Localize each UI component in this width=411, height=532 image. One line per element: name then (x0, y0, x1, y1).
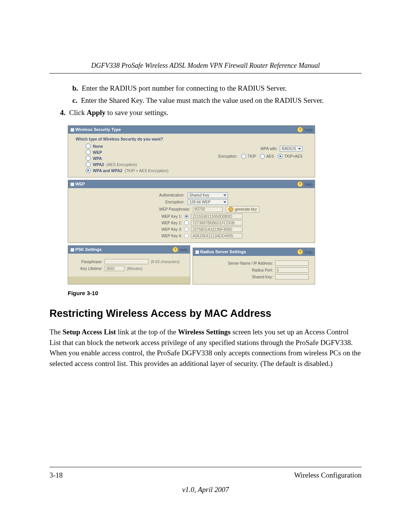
radio-icon (278, 154, 283, 159)
step-4: 4. Click Apply to save your settings. (49, 109, 362, 117)
psk-life-unit: (Minutes) (127, 267, 143, 271)
opt-wpa[interactable]: WPA (86, 156, 194, 161)
help-link-wst[interactable]: ?help (297, 127, 312, 133)
substep-b: b. Enter the RADIUS port number for conn… (72, 84, 362, 93)
panel-wep: ▦ WEP ?help Authentication:Shared Key En… (68, 180, 315, 243)
k2-label: WEP Key 2: (115, 221, 182, 225)
enc-opt-tkipaes[interactable]: TKIP+AES (278, 154, 303, 159)
substep-list: b. Enter the RADIUS port number for conn… (49, 84, 362, 105)
psk-life-input[interactable] (105, 266, 124, 271)
footer-rule (49, 467, 362, 467)
section-heading-mac: Restricting Wireless Access by MAC Addre… (49, 308, 362, 320)
auth-select[interactable]: Shared Key (188, 192, 228, 198)
figure-caption: Figure 3-10 (68, 290, 362, 296)
footer-version: v1.0, April 2007 (49, 486, 362, 494)
substep-c: c. Enter the Shared Key. The value must … (72, 96, 362, 105)
security-question: Which type of Wireless Security do you w… (76, 137, 194, 141)
wep-pass-label: WEP Passphrase: (123, 207, 190, 211)
radius-srv-label: Server Name / IP Address: (228, 261, 273, 265)
panel-header-wep: ▦ WEP ?help (68, 180, 315, 188)
manual-title: DGFV338 ProSafe Wireless ADSL Modem VPN … (49, 62, 362, 70)
footer-page-number: 3-18 (49, 471, 63, 479)
security-type-options: Which type of Wireless Security do you w… (72, 137, 194, 174)
k2-input[interactable] (191, 220, 242, 225)
help-link-radius[interactable]: ?help (297, 249, 312, 255)
page-header: DGFV338 ProSafe Wireless ADSL Modem VPN … (49, 62, 362, 73)
radio-icon (86, 144, 91, 149)
k1-input[interactable] (191, 214, 242, 219)
wep-enc-select[interactable]: 128 bit WEP (188, 199, 228, 205)
radius-key-input[interactable] (275, 274, 309, 280)
auth-label: Authentication: (118, 193, 185, 197)
radio-icon (86, 150, 91, 155)
k4-input[interactable] (191, 233, 242, 238)
panel-radius: ▦ Radius Server Settings ?help Server Na… (193, 248, 315, 284)
radio-icon (241, 154, 246, 159)
opt-none[interactable]: None (86, 144, 194, 149)
help-icon: ? (172, 247, 178, 252)
panel-wireless-security-type: ▦ Wireless Security Type ?help Which typ… (68, 125, 315, 177)
enc-opt-aes[interactable]: AES (260, 154, 274, 159)
panel-header-wst: ▦ Wireless Security Type ?help (68, 126, 315, 134)
page-footer: 3-18 Wireless Configuration v1.0, April … (49, 467, 362, 494)
k1-radio[interactable] (184, 214, 189, 219)
header-rule (49, 73, 362, 73)
footer-chapter: Wireless Configuration (294, 471, 362, 479)
radio-icon (86, 162, 91, 167)
panel-title-wep: ▦ WEP (70, 182, 85, 187)
help-icon: ? (297, 181, 303, 187)
help-link-wep[interactable]: ?help (297, 181, 312, 187)
panel-title-psk: ▦ PSK Settings (70, 247, 102, 252)
k2-radio[interactable] (184, 220, 189, 225)
k3-radio[interactable] (184, 227, 189, 232)
radius-key-label: Shared Key: (252, 275, 273, 279)
section-paragraph: The Setup Access List link at the top of… (49, 327, 362, 369)
encryption-label: Encryption: (218, 154, 237, 158)
panel-title-wst: ▦ Wireless Security Type (70, 127, 121, 132)
wpa-settings: WPA with: RADIUS Encryption: TKIP AES TK… (194, 137, 311, 174)
psk-pass-unit: (8-63 characters) (151, 260, 180, 264)
radius-port-input[interactable] (275, 267, 309, 273)
psk-pass-input[interactable] (105, 259, 148, 264)
figure-3-10: ▦ Wireless Security Type ?help Which typ… (68, 125, 315, 284)
panel-header-psk: ▦ PSK Settings ?help (68, 246, 190, 254)
psk-pass-label: Passphrase: (73, 260, 102, 264)
help-icon: ? (297, 249, 303, 255)
wep-pass-input[interactable] (193, 207, 223, 212)
opt-wep[interactable]: WEP (86, 150, 194, 155)
help-icon: ? (297, 127, 303, 133)
generate-icon (228, 207, 233, 212)
panel-psk: ▦ PSK Settings ?help Passphrase:(8-63 ch… (68, 245, 190, 284)
radius-port-label: Radius Port: (252, 268, 273, 272)
wpa-with-select[interactable]: RADIUS (280, 146, 303, 152)
opt-wpa2[interactable]: WPA2 (AES Encryption) (86, 162, 194, 167)
help-link-psk[interactable]: ?help (172, 247, 188, 252)
radio-icon (86, 156, 91, 161)
k4-label: WEP Key 4: (115, 234, 182, 238)
enc-opt-tkip[interactable]: TKIP (241, 154, 256, 159)
panel-header-radius: ▦ Radius Server Settings ?help (193, 248, 315, 256)
radio-icon (86, 168, 91, 173)
k3-label: WEP Key 3: (115, 227, 182, 232)
wep-enc-label: Encryption: (118, 200, 185, 204)
generate-key-button[interactable]: generate key (226, 206, 260, 212)
k1-label: WEP Key 1: (115, 214, 182, 219)
wpa-with-label: WPA with: (260, 147, 277, 151)
k3-input[interactable] (191, 227, 242, 232)
opt-wpa-wpa2[interactable]: WPA and WPA2 (TKIP + AES Encryption) (86, 168, 194, 173)
psk-life-label: Key Lifetime: (73, 267, 102, 271)
k4-radio[interactable] (184, 233, 189, 238)
radio-icon (260, 154, 265, 159)
panel-title-radius: ▦ Radius Server Settings (195, 249, 246, 254)
radius-srv-input[interactable] (275, 260, 309, 266)
